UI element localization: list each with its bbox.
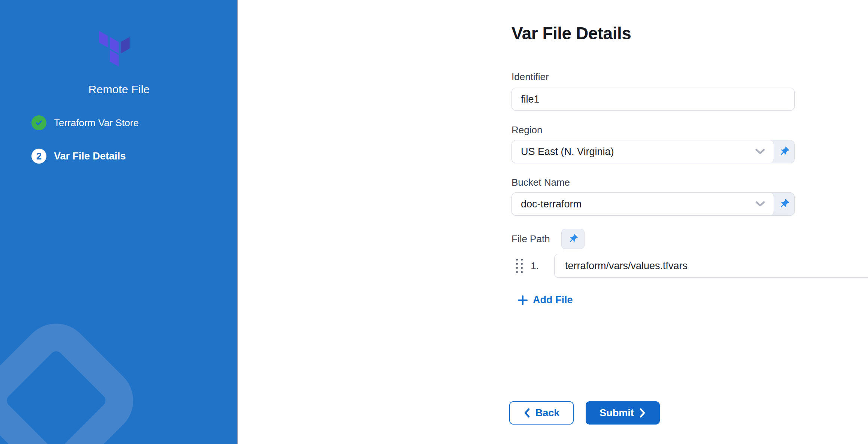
step-label: Terraform Var Store [54, 117, 139, 129]
region-field-group: US East (N. Virginia) [512, 140, 795, 163]
identifier-label: Identifier [512, 71, 549, 83]
drag-handle-icon[interactable] [515, 258, 523, 274]
remote-file-wizard: Remote File Terraform Var Store 2 Var Fi… [0, 0, 868, 444]
identifier-input[interactable] [512, 88, 795, 111]
check-icon [34, 118, 43, 127]
bucket-select[interactable]: doc-terraform [512, 193, 774, 215]
step-terraform-var-store[interactable]: Terraform Var Store [31, 115, 226, 130]
bucket-selected-value: doc-terraform [521, 198, 754, 210]
step-number-badge: 2 [31, 149, 46, 164]
step-label: Var File Details [54, 150, 126, 162]
add-file-label: Add File [533, 294, 573, 306]
chevron-down-icon [754, 148, 766, 155]
pushpin-icon [568, 234, 578, 244]
file-path-input[interactable] [555, 254, 868, 277]
page-title: Var File Details [512, 23, 631, 43]
plus-icon [518, 295, 528, 305]
chevron-right-icon [639, 408, 646, 418]
region-selected-value: US East (N. Virginia) [521, 146, 754, 158]
file-path-row: 1. [512, 254, 868, 278]
file-path-pin-button[interactable] [561, 229, 585, 249]
pushpin-icon [779, 198, 790, 210]
step-var-file-details[interactable]: 2 Var File Details [31, 149, 226, 164]
var-file-details-panel: Var File Details Identifier Region US Ea… [239, 0, 868, 444]
terraform-logo [99, 31, 130, 67]
back-button[interactable]: Back [509, 401, 574, 425]
wizard-sidebar: Remote File Terraform Var Store 2 Var Fi… [0, 0, 238, 444]
chevron-left-icon [523, 408, 530, 418]
bucket-name-label: Bucket Name [512, 177, 570, 188]
wizard-actions: Back Submit [509, 401, 660, 425]
submit-label: Submit [600, 407, 634, 419]
bucket-pin-button[interactable] [774, 193, 794, 215]
chevron-down-icon [754, 200, 766, 208]
wizard-title: Remote File [0, 83, 238, 96]
region-label: Region [512, 124, 542, 136]
pushpin-icon [779, 146, 790, 157]
bucket-field-group: doc-terraform [512, 192, 795, 216]
add-file-button[interactable]: Add File [518, 294, 573, 306]
file-index: 1. [523, 260, 546, 272]
file-path-label: File Path [512, 233, 550, 245]
back-label: Back [535, 407, 560, 419]
wizard-steps: Terraform Var Store 2 Var File Details [31, 115, 226, 182]
step-complete-badge [31, 115, 46, 130]
submit-button[interactable]: Submit [586, 401, 660, 425]
region-pin-button[interactable] [774, 140, 794, 163]
file-path-header: File Path [512, 228, 585, 249]
file-path-field-group [554, 254, 868, 278]
region-select[interactable]: US East (N. Virginia) [512, 140, 774, 163]
